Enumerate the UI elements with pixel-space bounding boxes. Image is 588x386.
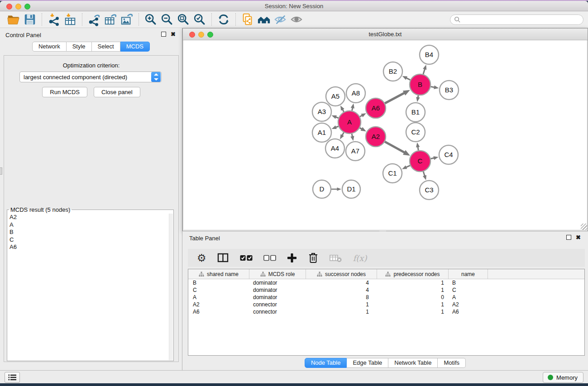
- mcds-result-item[interactable]: B: [10, 229, 173, 236]
- table-row[interactable]: B dominator 4 1 B: [188, 279, 584, 286]
- close-panel-icon[interactable]: ✖: [171, 32, 176, 37]
- cell-predecessor-nodes[interactable]: 1: [377, 280, 449, 286]
- cell-mcds-role[interactable]: connector: [249, 301, 306, 308]
- column-header-name[interactable]: name: [449, 269, 488, 279]
- graph-node-label: C3: [425, 186, 433, 194]
- cell-shared-name[interactable]: A: [188, 294, 249, 300]
- cell-mcds-role[interactable]: dominator: [249, 287, 306, 293]
- first-neighbors-button[interactable]: [256, 12, 272, 27]
- cell-successor-nodes[interactable]: 4: [306, 287, 377, 293]
- cell-successor-nodes[interactable]: 4: [306, 280, 377, 286]
- float-panel-icon[interactable]: [161, 32, 166, 37]
- float-table-panel-icon[interactable]: [566, 235, 571, 240]
- table-row[interactable]: A6 connector 1 1 A6: [188, 308, 584, 315]
- export-table-icon: [104, 13, 117, 26]
- main-titlebar: Session: New Session: [0, 1, 588, 11]
- search-input[interactable]: [461, 15, 583, 24]
- zoom-fit-button[interactable]: [175, 12, 191, 27]
- export-network-button[interactable]: [86, 12, 102, 27]
- tab-mcds[interactable]: MCDS: [120, 42, 150, 52]
- table-row[interactable]: C dominator 4 1 C: [188, 286, 584, 294]
- new-network-from-selection-button[interactable]: [239, 12, 256, 27]
- tab-network-table[interactable]: Network Table: [388, 358, 438, 368]
- splitter-handle-left[interactable]: [0, 167, 2, 175]
- tab-select[interactable]: Select: [92, 42, 120, 52]
- cell-predecessor-nodes[interactable]: 0: [377, 294, 449, 300]
- zoom-out-icon: [160, 13, 174, 26]
- cell-name[interactable]: A6: [449, 309, 488, 315]
- cell-shared-name[interactable]: A6: [188, 309, 249, 315]
- column-header-mcds-role[interactable]: MCDS role: [249, 269, 306, 279]
- apply-layout-button[interactable]: [215, 12, 232, 27]
- delete-column-trash-icon[interactable]: [308, 252, 319, 264]
- control-panel-title: Control Panel: [5, 32, 41, 38]
- tab-node-table[interactable]: Node Table: [305, 358, 347, 368]
- refresh-layout-icon: [217, 13, 230, 26]
- cell-name[interactable]: A: [449, 294, 488, 300]
- network-canvas[interactable]: B4B2BB3A5A8A6B1A3AA1C2A2A4A7C4CC1C3DD1: [184, 40, 587, 229]
- zoom-in-button[interactable]: [143, 12, 159, 27]
- cell-name[interactable]: C: [449, 287, 488, 293]
- cell-shared-name[interactable]: C: [188, 287, 249, 293]
- column-header-successor-nodes[interactable]: successor nodes: [306, 269, 377, 279]
- cell-mcds-role[interactable]: connector: [249, 309, 306, 315]
- table-settings-gear-icon[interactable]: ⚙: [197, 253, 206, 263]
- cell-predecessor-nodes[interactable]: 1: [377, 301, 449, 308]
- cell-successor-nodes[interactable]: 8: [306, 294, 377, 300]
- mcds-result-item[interactable]: A6: [10, 243, 173, 251]
- mcds-result-list[interactable]: A2 A B C A6: [7, 213, 173, 251]
- close-table-panel-icon[interactable]: ✖: [576, 235, 581, 240]
- show-column-icon[interactable]: [217, 253, 229, 263]
- cell-mcds-role[interactable]: dominator: [249, 294, 306, 300]
- add-column-icon[interactable]: [287, 253, 297, 263]
- tab-edge-table[interactable]: Edge Table: [347, 358, 388, 368]
- cell-name[interactable]: B: [449, 280, 488, 286]
- cell-shared-name[interactable]: A2: [188, 301, 249, 308]
- zoom-selected-button[interactable]: [191, 12, 208, 27]
- cell-name[interactable]: A2: [449, 301, 488, 308]
- cell-predecessor-nodes[interactable]: 1: [377, 287, 449, 293]
- import-network-button[interactable]: [46, 12, 62, 27]
- mcds-result-item[interactable]: A: [10, 221, 173, 229]
- show-graphics-details-button[interactable]: [288, 12, 305, 27]
- delete-table-icon[interactable]: [330, 253, 342, 262]
- network-graph[interactable]: B4B2BB3A5A8A6B1A3AA1C2A2A4A7C4CC1C3DD1: [184, 40, 588, 229]
- function-builder-icon[interactable]: f(x): [353, 253, 367, 263]
- cell-shared-name[interactable]: B: [188, 280, 249, 286]
- resize-grip-icon[interactable]: [581, 224, 587, 230]
- mcds-result-item[interactable]: A2: [10, 214, 173, 221]
- export-image-button[interactable]: [119, 12, 135, 27]
- export-table-button[interactable]: [102, 12, 119, 27]
- node-table[interactable]: shared name MCDS role successor nodes pr…: [188, 269, 585, 356]
- close-panel-button[interactable]: Close panel: [94, 87, 140, 97]
- task-history-button[interactable]: [5, 372, 20, 383]
- table-row[interactable]: A dominator 8 0 A: [188, 294, 584, 301]
- criterion-dropdown[interactable]: largest connected component (directed): [19, 71, 162, 82]
- import-table-button[interactable]: [62, 12, 78, 27]
- save-session-button[interactable]: [22, 12, 38, 27]
- mcds-list-scrollbar[interactable]: [169, 214, 173, 360]
- column-header-predecessor-nodes[interactable]: predecessor nodes: [377, 269, 449, 279]
- network-window-title: testGlobe.txt: [183, 31, 588, 38]
- cell-mcds-role[interactable]: dominator: [249, 280, 306, 286]
- open-folder-icon: [7, 13, 20, 26]
- dropdown-stepper-icon: [151, 72, 161, 82]
- tab-network[interactable]: Network: [32, 42, 67, 52]
- column-header-shared-name[interactable]: shared name: [188, 269, 249, 279]
- control-panel-header: Control Panel ✖: [0, 28, 182, 42]
- cell-successor-nodes[interactable]: 1: [306, 309, 377, 315]
- search-field[interactable]: [450, 14, 583, 25]
- tab-motifs[interactable]: Motifs: [438, 358, 466, 368]
- cell-predecessor-nodes[interactable]: 1: [377, 309, 449, 315]
- mcds-result-item[interactable]: C: [10, 236, 173, 244]
- cell-successor-nodes[interactable]: 1: [306, 301, 377, 308]
- hide-graphics-details-button[interactable]: [272, 12, 288, 27]
- table-row[interactable]: A2 connector 1 1 A2: [188, 301, 584, 308]
- memory-button[interactable]: Memory: [543, 372, 583, 383]
- zoom-out-button[interactable]: [159, 12, 175, 27]
- unselect-all-columns-icon[interactable]: [263, 255, 276, 261]
- run-mcds-button[interactable]: Run MCDS: [42, 87, 87, 97]
- open-session-button[interactable]: [5, 12, 22, 27]
- select-all-columns-icon[interactable]: [240, 255, 253, 261]
- tab-style[interactable]: Style: [67, 42, 92, 52]
